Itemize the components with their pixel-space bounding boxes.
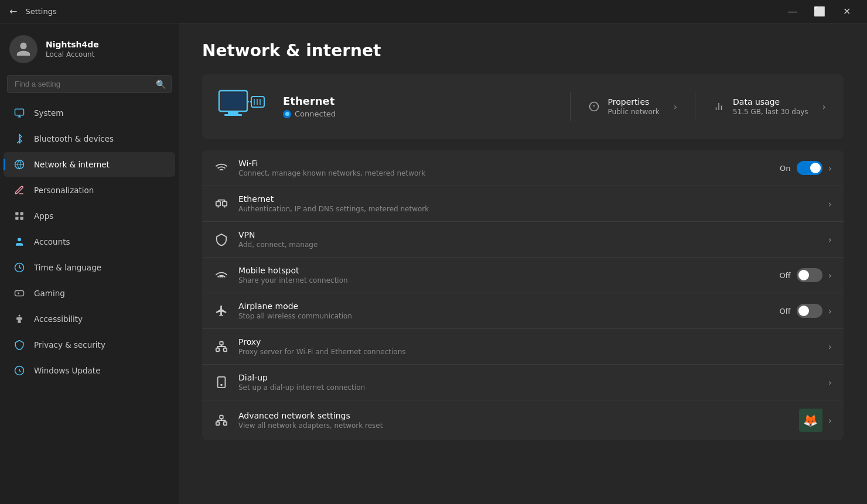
data-usage-action[interactable]: Data usage 51.5 GB, last 30 days › [695,85,844,128]
svg-rect-3 [21,212,23,215]
sidebar-item-time[interactable]: Time & language [4,255,175,280]
search-box[interactable]: 🔍 [7,75,172,93]
back-icon[interactable]: ← [9,6,17,17]
svg-rect-23 [223,201,227,205]
data-usage-sub: 51.5 GB, last 30 days [733,108,808,116]
airplane-toggle-label: Off [779,307,790,316]
time-icon [13,261,26,274]
sidebar-item-label: Time & language [34,263,101,272]
sidebar-item-label: Accounts [34,237,70,246]
sidebar-item-update[interactable]: Windows Update [4,358,175,383]
hotspot-content: Mobile hotspot Share your internet conne… [238,266,770,284]
sidebar-item-network[interactable]: Network & internet [4,152,175,177]
sidebar-item-bluetooth[interactable]: Bluetooth & devices [4,126,175,151]
apps-icon [13,210,26,222]
dialup-right: › [828,377,832,388]
ethernet-list-sub: Authentication, IP and DNS settings, met… [238,205,819,213]
search-input[interactable] [7,75,172,93]
user-section[interactable]: Nightsh4de Local Account [0,23,179,73]
airplane-chevron-icon: › [828,306,832,317]
ethernet-status: Connected [283,109,570,118]
airplane-sub: Stop all wireless communication [238,312,770,320]
user-name: Nightsh4de [46,40,99,49]
svg-rect-24 [216,348,220,352]
proxy-right: › [828,341,832,352]
personalization-icon [13,184,26,197]
sidebar-item-privacy[interactable]: Privacy & security [4,332,175,357]
dialup-title: Dial-up [238,373,819,382]
wifi-chevron-icon: › [828,163,832,174]
settings-item-proxy[interactable]: Proxy Proxy server for Wi-Fi and Etherne… [202,329,844,365]
title-bar-left: ← Settings [9,6,57,17]
advanced-thumb: 🦊 [799,409,822,432]
vpn-chevron-icon: › [828,234,832,245]
minimize-button[interactable]: — [779,2,806,21]
system-icon [13,107,26,119]
sidebar-item-label: Network & internet [34,160,110,169]
settings-item-advanced[interactable]: Advanced network settings View all netwo… [202,400,844,440]
hotspot-chevron-icon: › [828,270,832,281]
vpn-content: VPN Add, connect, manage [238,230,819,249]
dialup-content: Dial-up Set up a dial-up internet connec… [238,373,819,392]
airplane-toggle[interactable] [797,304,822,318]
vpn-icon [214,232,229,247]
settings-item-ethernet[interactable]: Ethernet Authentication, IP and DNS sett… [202,186,844,222]
page-title: Network & internet [202,41,844,60]
settings-list: Wi-Fi Connect, manage known networks, me… [202,150,844,440]
ethernet-list-icon [214,196,229,211]
data-usage-text: Data usage 51.5 GB, last 30 days [733,97,808,116]
sidebar-item-system[interactable]: System [4,101,175,125]
accounts-icon [13,235,26,248]
sidebar-item-label: Privacy & security [34,340,105,349]
window-title: Settings [25,7,56,16]
svg-point-28 [221,385,222,386]
user-info: Nightsh4de Local Account [46,40,99,59]
properties-icon [588,101,600,112]
vpn-title: VPN [238,230,819,239]
settings-item-wifi[interactable]: Wi-Fi Connect, manage known networks, me… [202,150,844,186]
sidebar-item-personalization[interactable]: Personalization [4,178,175,203]
svg-rect-13 [221,92,245,109]
settings-item-dialup[interactable]: Dial-up Set up a dial-up internet connec… [202,365,844,400]
properties-text: Properties Public network [608,97,660,116]
avatar [9,35,37,63]
bluetooth-icon [13,132,26,145]
settings-item-airplane[interactable]: Airplane mode Stop all wireless communic… [202,293,844,329]
wifi-title: Wi-Fi [238,159,770,168]
sidebar-item-gaming[interactable]: Gaming [4,281,175,306]
sidebar-item-accounts[interactable]: Accounts [4,229,175,254]
sidebar-item-label: System [34,108,63,118]
vpn-sub: Add, connect, manage [238,241,819,249]
close-button[interactable]: ✕ [833,2,860,21]
search-icon: 🔍 [156,80,166,89]
network-icon [13,158,26,171]
sidebar-item-accessibility[interactable]: Accessibility [4,307,175,331]
hotspot-right: Off › [779,268,832,282]
maximize-button[interactable]: ⬜ [806,2,833,21]
sidebar-item-label: Gaming [34,289,65,298]
hotspot-toggle[interactable] [797,268,822,282]
svg-rect-11 [228,111,238,114]
sidebar-item-label: Apps [34,211,53,221]
svg-rect-27 [218,377,226,388]
airplane-content: Airplane mode Stop all wireless communic… [238,301,770,320]
sidebar-item-label: Accessibility [34,314,83,324]
app-container: Nightsh4de Local Account 🔍 System Blueto… [0,23,867,504]
wifi-right: On › [780,161,832,175]
ethernet-info: Ethernet Connected [283,85,570,128]
svg-rect-5 [21,217,23,220]
svg-rect-0 [15,109,24,115]
proxy-content: Proxy Proxy server for Wi-Fi and Etherne… [238,337,819,356]
svg-rect-4 [15,217,18,220]
wifi-toggle[interactable] [797,161,822,175]
properties-action[interactable]: Properties Public network › [571,85,695,128]
sidebar-item-apps[interactable]: Apps [4,204,175,228]
settings-item-vpn[interactable]: VPN Add, connect, manage › [202,222,844,258]
properties-chevron-icon: › [674,101,677,112]
advanced-title: Advanced network settings [238,411,790,420]
wifi-toggle-label: On [780,164,790,173]
connected-dot-icon [283,110,291,118]
settings-item-hotspot[interactable]: Mobile hotspot Share your internet conne… [202,258,844,293]
dialup-sub: Set up a dial-up internet connection [238,383,819,392]
svg-rect-30 [224,422,227,426]
